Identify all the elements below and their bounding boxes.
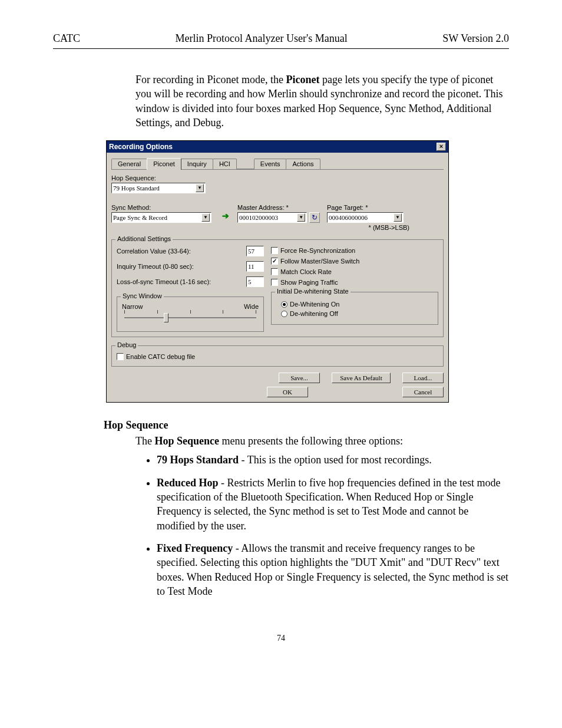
dewhitening-group: Initial De-whitening State De-Whitening … bbox=[271, 292, 438, 325]
chevron-down-icon: ▼ bbox=[201, 213, 210, 222]
dewhitening-on-radio[interactable]: De-Whitening On bbox=[281, 301, 433, 308]
inq-label: Inquiry Timeout (0-80 sec): bbox=[117, 263, 194, 270]
msb-note: * (MSB->LSB) bbox=[327, 224, 409, 231]
sync-narrow-label: Narrow bbox=[122, 303, 143, 310]
chevron-down-icon: ▼ bbox=[394, 213, 402, 222]
chevron-down-icon: ▼ bbox=[297, 213, 305, 222]
hdr-left: CATC bbox=[53, 32, 80, 45]
tab-events[interactable]: Events bbox=[254, 159, 287, 169]
additional-settings-legend: Additional Settings bbox=[115, 235, 173, 242]
recording-options-dialog: Recording Options × General Piconet Inqu… bbox=[106, 140, 449, 403]
hdr-center: Merlin Protocol Analyzer User's Manual bbox=[175, 32, 347, 45]
arrow-right-icon: ➔ bbox=[221, 211, 230, 220]
follow-switch-checkbox[interactable]: ✓Follow Master/Slave Switch bbox=[271, 258, 438, 265]
close-icon[interactable]: × bbox=[437, 143, 446, 151]
page-target-label: Page Target: * bbox=[327, 204, 409, 211]
save-button[interactable]: Save... bbox=[279, 373, 320, 383]
show-paging-checkbox[interactable]: Show Paging Traffic bbox=[271, 279, 438, 286]
save-default-button[interactable]: Save As Default bbox=[332, 373, 391, 383]
tabs: General Piconet Inquiry HCI Events Actio… bbox=[111, 157, 444, 170]
tab-inquiry[interactable]: Inquiry bbox=[181, 159, 213, 169]
sync-method-label: Sync Method: bbox=[111, 204, 214, 211]
ok-button[interactable]: OK bbox=[267, 387, 308, 397]
hdr-right: SW Version 2.0 bbox=[442, 32, 509, 45]
intro-para: For recording in Piconet mode, the Picon… bbox=[135, 73, 509, 130]
match-clock-checkbox[interactable]: Match Clock Rate bbox=[271, 268, 438, 275]
page-target-combo[interactable]: 000406000006▼ bbox=[327, 212, 404, 223]
list-item: Reduced Hop - Restricts Merlin to five h… bbox=[157, 476, 509, 533]
hop-seq-combo[interactable]: 79 Hops Standard▼ bbox=[111, 183, 206, 193]
loss-input[interactable]: 5 bbox=[246, 276, 264, 287]
inq-input[interactable]: 11 bbox=[246, 261, 264, 272]
sync-window-legend: Sync Window bbox=[121, 292, 164, 299]
list-item: 79 Hops Standard - This is the option us… bbox=[157, 453, 509, 467]
sync-wide-label: Wide bbox=[244, 303, 259, 310]
corr-input[interactable]: 57 bbox=[246, 246, 264, 256]
chevron-down-icon: ▼ bbox=[196, 184, 204, 192]
page-number: 74 bbox=[53, 634, 509, 643]
refresh-icon[interactable]: ↻ bbox=[309, 212, 320, 223]
hop-seq-label: Hop Sequence: bbox=[111, 174, 444, 182]
tab-hci[interactable]: HCI bbox=[213, 159, 237, 169]
tab-general[interactable]: General bbox=[111, 159, 147, 169]
dialog-title: Recording Options bbox=[109, 143, 173, 151]
additional-settings-group: Additional Settings Correlation Value (3… bbox=[111, 239, 444, 337]
master-addr-label: Master Address: * bbox=[237, 204, 320, 211]
sync-window-group: Sync Window NarrowWide bbox=[117, 297, 264, 332]
corr-label: Correlation Value (33-64): bbox=[117, 248, 191, 255]
dewhitening-legend: Initial De-whitening State bbox=[275, 288, 351, 295]
load-button[interactable]: Load... bbox=[402, 373, 444, 383]
tab-piconet[interactable]: Piconet bbox=[147, 158, 181, 170]
sync-window-slider[interactable] bbox=[124, 317, 256, 318]
enable-debug-checkbox[interactable]: Enable CATC debug file bbox=[117, 353, 438, 360]
cancel-button[interactable]: Cancel bbox=[402, 387, 444, 397]
loss-label: Loss-of-sync Timeout (1-16 sec): bbox=[117, 278, 211, 285]
debug-legend: Debug bbox=[115, 341, 138, 348]
debug-group: Debug Enable CATC debug file bbox=[111, 345, 444, 367]
section-body: The Hop Sequence menu presents the follo… bbox=[135, 434, 509, 598]
sync-method-combo[interactable]: Page Sync & Record▼ bbox=[111, 212, 211, 223]
tab-actions[interactable]: Actions bbox=[286, 159, 320, 169]
dewhitening-off-radio[interactable]: De-whitening Off bbox=[281, 310, 433, 317]
list-item: Fixed Frequency - Allows the transmit an… bbox=[157, 541, 509, 598]
hdr-rule bbox=[53, 48, 509, 49]
section-heading: Hop Sequence bbox=[104, 419, 509, 431]
force-resync-checkbox[interactable]: Force Re-Synchronization bbox=[271, 247, 438, 254]
master-addr-combo[interactable]: 000102000003▼ bbox=[237, 212, 307, 223]
